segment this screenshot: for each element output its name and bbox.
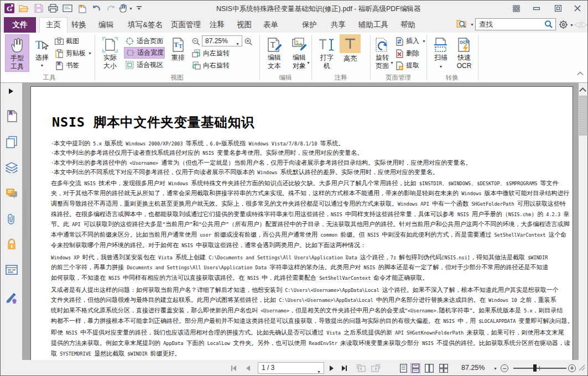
rotate-right-button[interactable]: 向右旋转: [191, 60, 230, 71]
maximize-icon[interactable]: [551, 3, 565, 13]
snapshot-button[interactable]: 截图: [54, 35, 79, 47]
attachments-panel-icon[interactable]: [6, 213, 18, 225]
undo-icon[interactable]: [91, 3, 101, 13]
tab-10[interactable]: 辅助工具: [352, 17, 394, 33]
scroll-up-icon[interactable]: [580, 87, 585, 92]
tab-7[interactable]: 表单: [257, 17, 284, 33]
scan-button[interactable]: 扫描▼: [431, 34, 451, 72]
last-page-button[interactable]: [340, 360, 350, 376]
edit-object-button[interactable]: 编辑对象▼: [288, 34, 311, 72]
tab-11[interactable]: 帮助: [394, 17, 422, 33]
bookmarks-panel-icon[interactable]: [6, 110, 18, 122]
rotate-left-icon: [191, 49, 201, 58]
reflow-label: 重排: [171, 54, 185, 62]
save-icon[interactable]: [34, 3, 44, 13]
redo-icon[interactable]: [106, 3, 116, 13]
status-zoom-caret[interactable]: ▼: [493, 367, 497, 370]
customize-quick-access-icon[interactable]: [134, 3, 144, 13]
facing-view-icon[interactable]: [424, 363, 434, 373]
edit-text-button[interactable]: T 编辑文本: [263, 34, 286, 72]
rotate-pages-button[interactable]: 旋转页面▼: [372, 34, 392, 72]
scrollbar-thumb[interactable]: [579, 96, 587, 135]
zoom-in-button[interactable]: +: [568, 364, 576, 372]
hand-pointer-caret[interactable]: ▼: [129, 7, 133, 11]
gear-caret[interactable]: ▼: [570, 23, 574, 27]
actual-size-button[interactable]: 实际大小: [98, 34, 122, 72]
security-panel-icon[interactable]: [6, 238, 18, 250]
select-button[interactable]: T 选择 ▼: [32, 34, 53, 72]
search-history-caret[interactable]: ▼: [470, 23, 474, 27]
rotate-left-button[interactable]: 向左旋转: [191, 48, 230, 59]
fit-width-button[interactable]: 适合宽度: [124, 47, 165, 59]
layers-panel-icon[interactable]: [6, 161, 18, 174]
hand-tool-button[interactable]: 手型工具: [5, 34, 29, 72]
tab-3[interactable]: 填写&签名: [122, 17, 169, 33]
email-icon[interactable]: [63, 3, 72, 13]
page-number-input[interactable]: 1 / 3 ▼: [258, 362, 324, 374]
zoom-in-ribbon-icon[interactable]: [244, 36, 253, 46]
tab-0[interactable]: 主页: [39, 17, 67, 33]
tab-1[interactable]: 转换: [65, 17, 92, 33]
doc-line: 取 SYSTEMDRIVE 显然比截取 $WINDIR 前缀更好。: [51, 349, 573, 359]
minimize-icon[interactable]: [529, 3, 544, 13]
continuous-view-icon[interactable]: [410, 363, 420, 373]
doc-line: 本中通常以不同的前缀来区分。比如当前用户通常使用 user 前缀或没有前缀，而公…: [51, 230, 573, 241]
extract-button[interactable]: 提取: [394, 60, 419, 71]
page-number-caret[interactable]: ▼: [317, 367, 321, 376]
sidebar-splitter[interactable]: [23, 188, 27, 238]
tab-6[interactable]: 视图: [231, 17, 258, 33]
delete-icon: [394, 49, 404, 58]
expand-panel-icon[interactable]: [8, 87, 14, 97]
hand-pointer-icon[interactable]: [118, 3, 128, 13]
resize-grip[interactable]: [578, 364, 586, 373]
vertical-scrollbar[interactable]: [579, 83, 587, 360]
delete-button[interactable]: 删除: [394, 48, 419, 59]
pages-panel-icon[interactable]: [6, 136, 18, 148]
group-label-convert: 转换: [426, 74, 478, 82]
tab-9[interactable]: 共享: [325, 17, 352, 33]
print-icon[interactable]: [48, 3, 58, 13]
signatures-panel-icon[interactable]: [6, 291, 18, 304]
nav-forward-icon[interactable]: ▷: [581, 19, 588, 29]
ribbon-zoom-caret[interactable]: ▼: [236, 39, 240, 49]
insert-button[interactable]: 插入 ▼: [394, 35, 426, 47]
open-file-icon[interactable]: [19, 3, 29, 13]
reflow-button[interactable]: TT 重排: [167, 34, 189, 72]
prev-view-button[interactable]: [355, 360, 366, 376]
nav-back-icon[interactable]: ◁: [574, 19, 580, 29]
new-document-icon[interactable]: [77, 3, 87, 13]
tab-file[interactable]: 文件: [4, 17, 36, 33]
doc-paragraph: Windows XP 时代，我曾遇到某安装包在 Vista 系统上创建 C:\D…: [51, 253, 573, 284]
collapse-ribbon-icon[interactable]: [577, 68, 585, 74]
continuous-facing-view-icon[interactable]: [439, 363, 449, 373]
bookmark-button[interactable]: 书签: [54, 60, 79, 71]
quick-ocr-button[interactable]: OCR 快速OCR: [453, 34, 475, 72]
fit-visible-button[interactable]: 适合视区: [125, 59, 163, 71]
ribbon-zoom-input[interactable]: 87.25% ▼: [202, 35, 242, 46]
prev-page-button[interactable]: [244, 360, 252, 376]
layout-grid-icon[interactable]: [509, 3, 523, 13]
tab-8[interactable]: 保护: [296, 17, 323, 33]
first-page-button[interactable]: [228, 360, 238, 376]
search-history-icon[interactable]: [456, 19, 466, 29]
rotate-pages-icon: [374, 36, 390, 54]
tab-4[interactable]: 页面管理: [165, 17, 207, 33]
next-page-button[interactable]: [328, 360, 336, 376]
single-page-view-icon[interactable]: [398, 363, 408, 373]
next-view-button[interactable]: [370, 360, 381, 376]
close-icon[interactable]: [570, 3, 585, 13]
fit-page-button[interactable]: 适合页面: [125, 35, 163, 47]
tab-2[interactable]: 编辑: [92, 17, 119, 33]
zoom-slider-handle[interactable]: [533, 364, 537, 372]
gear-icon[interactable]: [558, 19, 568, 29]
zoom-out-button[interactable]: –: [501, 364, 508, 372]
tab-5[interactable]: 注释: [204, 17, 231, 33]
typewriter-button[interactable]: 打字机: [316, 34, 338, 72]
zoom-out-ribbon-icon[interactable]: [192, 36, 200, 46]
clipboard-button[interactable]: 剪贴板 ▼: [54, 48, 92, 59]
app-logo-icon[interactable]: G: [4, 3, 14, 13]
fields-panel-icon[interactable]: [6, 264, 18, 276]
comments-panel-icon[interactable]: [6, 187, 18, 200]
search-input[interactable]: 查找: [475, 18, 556, 30]
highlight-button[interactable]: 高亮: [339, 34, 361, 72]
